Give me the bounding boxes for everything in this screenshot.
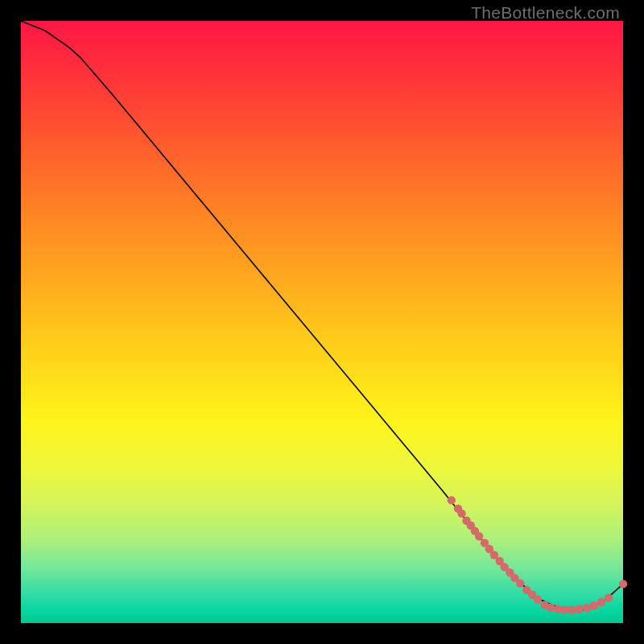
chart-svg bbox=[21, 21, 623, 623]
chart-marker bbox=[605, 593, 613, 601]
chart-marker bbox=[534, 596, 542, 604]
chart-marker bbox=[560, 605, 568, 613]
chart-marker bbox=[547, 603, 555, 611]
chart-marker bbox=[457, 510, 465, 518]
chart-marker bbox=[568, 605, 576, 613]
chart-curve bbox=[21, 21, 623, 610]
chart-marker bbox=[619, 580, 627, 588]
chart-marker bbox=[516, 579, 524, 587]
watermark-text: TheBottleneck.com bbox=[471, 3, 620, 23]
chart-markers bbox=[448, 496, 628, 614]
chart-marker bbox=[590, 601, 598, 609]
chart-stage: TheBottleneck.com bbox=[0, 0, 644, 644]
chart-marker bbox=[583, 604, 591, 612]
chart-marker bbox=[475, 532, 483, 540]
chart-marker bbox=[448, 496, 456, 504]
chart-marker bbox=[597, 598, 605, 606]
chart-plot-area bbox=[21, 21, 623, 623]
chart-marker bbox=[575, 605, 583, 613]
